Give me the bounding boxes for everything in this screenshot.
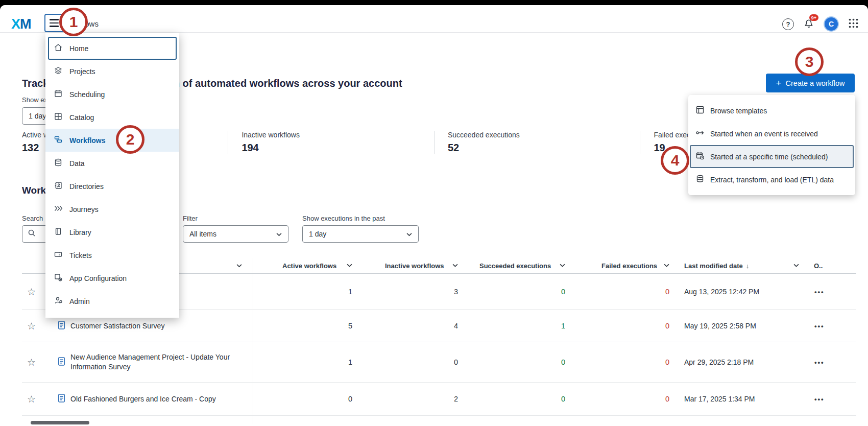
menu-item-label: Directories: [69, 182, 104, 191]
stat-succeeded-executions: Succeeded executions 52: [434, 131, 640, 154]
menu-item-directories[interactable]: Directories: [45, 175, 179, 198]
xm-logo[interactable]: XM: [11, 16, 31, 32]
app-config-icon: [54, 273, 63, 283]
menu-item-label: Started at a specific time (scheduled): [710, 153, 828, 161]
succeeded-count: 1: [514, 322, 565, 330]
column-header-modified[interactable]: Last modified date↓: [684, 262, 799, 269]
column-name-menu-chevron[interactable]: [236, 264, 242, 268]
chevron-down-icon[interactable]: [452, 264, 458, 268]
menu-item-label: Home: [69, 44, 88, 53]
executions-value: 1 day: [309, 230, 326, 238]
create-workflow-label: Create a workflow: [786, 79, 845, 87]
menu-item-projects[interactable]: Projects: [45, 60, 179, 83]
workflow-name[interactable]: Customer Satisfaction Survey: [70, 321, 242, 330]
menu-item-label: Journeys: [69, 205, 99, 214]
workflow-name[interactable]: New Audience Management Project - Update…: [70, 352, 242, 372]
stat-inactive-workflows: Inactive workflows 194: [228, 131, 434, 154]
chevron-down-icon[interactable]: [347, 264, 352, 268]
column-header-owner[interactable]: O..: [814, 262, 834, 269]
top-navigation-bar: XM Workflows ? 9+ C: [0, 5, 868, 33]
active-count: 0: [301, 395, 352, 403]
templates-icon: [695, 105, 705, 116]
menu-item-data[interactable]: Data: [45, 152, 179, 175]
create-workflow-button[interactable]: + Create a workflow: [766, 74, 855, 92]
calendar-clock-icon: [695, 151, 705, 162]
workflow-doc-icon: [57, 357, 66, 368]
bell-icon: [803, 21, 814, 30]
menu-item-home[interactable]: Home: [48, 37, 177, 60]
menu-item-label: Workflows: [69, 136, 106, 145]
global-nav-menu: Home Projects Scheduling Catalog Workflo…: [45, 33, 179, 318]
column-header-succeeded[interactable]: Succeeded executions: [479, 262, 565, 269]
stat-label: Succeeded executions: [448, 131, 640, 139]
chevron-down-icon: [276, 230, 282, 238]
failed-count: 0: [618, 288, 669, 296]
last-modified-date: May 19, 2025 2:58 PM: [684, 322, 756, 330]
chevron-down-icon[interactable]: [793, 264, 799, 268]
help-icon[interactable]: ?: [782, 18, 794, 30]
workflow-doc-icon: [57, 320, 66, 332]
menu-item-scheduling[interactable]: Scheduling: [45, 83, 179, 106]
notifications-button[interactable]: 9+: [803, 17, 814, 31]
menu-item-etl[interactable]: Extract, transform, and load (ETL) data: [688, 168, 855, 191]
menu-item-app-configuration[interactable]: App Configuration: [45, 267, 179, 290]
library-icon: [54, 227, 63, 238]
menu-item-scheduled[interactable]: Started at a specific time (scheduled): [690, 145, 854, 168]
admin-icon: [54, 296, 63, 306]
favorite-star-icon[interactable]: ☆: [27, 358, 36, 367]
notification-badge: 9+: [809, 14, 818, 21]
logo-x: X: [11, 16, 20, 32]
last-modified-date: Mar 17, 2025 1:34 PM: [684, 395, 755, 403]
menu-item-catalog[interactable]: Catalog: [45, 106, 179, 129]
row-actions-button[interactable]: •••: [814, 288, 825, 295]
favorite-star-icon[interactable]: ☆: [27, 287, 36, 296]
column-header-failed[interactable]: Failed executions: [601, 262, 669, 269]
workflow-name[interactable]: Old Fashioned Burgers and Ice Cream - Co…: [70, 394, 242, 404]
filter-select[interactable]: All items: [183, 225, 288, 243]
menu-item-library[interactable]: Library: [45, 221, 179, 244]
table-executions-period-select[interactable]: 1 day: [302, 225, 419, 243]
menu-item-workflows[interactable]: Workflows: [45, 129, 179, 152]
chevron-down-icon[interactable]: [664, 264, 669, 268]
row-actions-button[interactable]: •••: [814, 395, 825, 403]
menu-item-label: Library: [69, 228, 91, 236]
sort-descending-icon[interactable]: ↓: [746, 262, 750, 269]
failed-count: 0: [618, 322, 669, 330]
home-icon: [54, 43, 63, 54]
menu-item-tickets[interactable]: Tickets: [45, 244, 179, 267]
menu-item-label: Tickets: [69, 251, 92, 259]
row-actions-button[interactable]: •••: [814, 359, 825, 366]
active-count: 1: [301, 358, 352, 366]
inactive-count: 4: [407, 322, 458, 330]
column-header-active[interactable]: Active workflows: [282, 262, 352, 269]
annotation-circle-3: 3: [795, 48, 824, 76]
menu-item-browse-templates[interactable]: Browse templates: [688, 99, 855, 122]
inactive-count: 2: [407, 395, 458, 403]
plus-icon: +: [776, 78, 781, 88]
row-actions-button[interactable]: •••: [814, 322, 825, 329]
executions-filter-label: Show executions in the past: [302, 215, 385, 222]
catalog-icon: [54, 112, 63, 123]
chevron-down-icon: [406, 230, 412, 238]
app-grid-icon[interactable]: [848, 18, 859, 31]
table-row[interactable]: ☆ Old Fashioned Burgers and Ice Cream - …: [22, 383, 856, 416]
favorite-star-icon[interactable]: ☆: [27, 394, 36, 404]
menu-item-label: Data: [69, 159, 85, 168]
search-label: Search: [22, 215, 43, 222]
menu-item-journeys[interactable]: Journeys: [45, 198, 179, 221]
favorite-star-icon[interactable]: ☆: [27, 321, 36, 330]
succeeded-count: 0: [514, 395, 565, 403]
user-avatar[interactable]: C: [824, 16, 839, 32]
column-header-inactive[interactable]: Inactive workflows: [385, 262, 458, 269]
chevron-down-icon[interactable]: [560, 264, 565, 268]
menu-item-admin[interactable]: Admin: [45, 290, 179, 313]
last-modified-date: Aug 13, 2025 12:42 PM: [684, 288, 759, 296]
inactive-count: 3: [407, 288, 458, 296]
create-workflow-menu: Browse templates Started when an event i…: [688, 95, 855, 195]
event-arrow-icon: [695, 128, 705, 139]
menu-item-event-received[interactable]: Started when an event is received: [688, 122, 855, 145]
table-row[interactable]: ☆ New Audience Management Project - Upda…: [22, 342, 856, 383]
horizontal-scrollbar-thumb[interactable]: [31, 421, 89, 424]
annotation-circle-1: 1: [59, 8, 88, 36]
workflow-doc-icon: [57, 393, 66, 405]
